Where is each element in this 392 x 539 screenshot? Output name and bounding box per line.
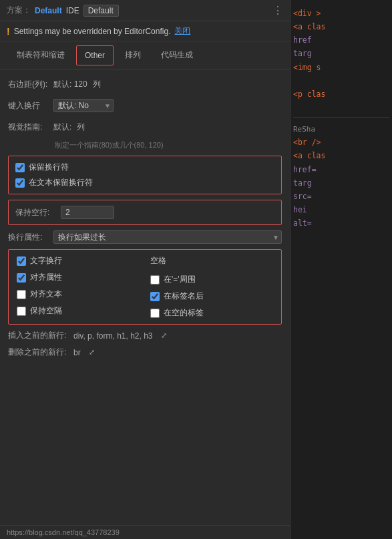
visual-guide-default: 默认: xyxy=(53,122,71,133)
side-panel: <div > <a clas href targ <img s <p clas … xyxy=(290,0,392,539)
keep-blank-section: 保持空行: xyxy=(8,200,282,225)
code-line-13: src= xyxy=(293,190,389,203)
spaces-header: 空格 xyxy=(150,255,273,268)
line-break-select-wrapper: 默认: No ▼ xyxy=(53,99,114,112)
warning-bar: ! Settings may be overridden by EditorCo… xyxy=(0,21,290,41)
line-break-select[interactable]: 默认: No xyxy=(53,99,114,112)
keep-space-label: 保持空隔 xyxy=(30,305,62,317)
keep-line-breaks-text-checkbox[interactable] xyxy=(15,178,25,188)
right-margin-row: 右边距(列): 默认: 120 列 xyxy=(8,76,282,92)
align-text-label: 对齐文本 xyxy=(30,289,62,300)
visual-guide-label: 视觉指南: xyxy=(8,122,48,133)
in-empty-tag-row: 在空的标签 xyxy=(150,307,273,319)
insert-expand-icon[interactable]: ⤢ xyxy=(161,331,167,340)
visual-guide-row: 视觉指南: 默认: 列 xyxy=(8,119,282,135)
word-wrap-label: 文字换行 xyxy=(30,255,62,266)
keep-blank-row: 保持空行: xyxy=(15,204,274,220)
tab-codegen[interactable]: 代码生成 xyxy=(152,44,202,66)
resharper-label: ReSha xyxy=(293,123,389,136)
content-area: 右边距(列): 默认: 120 列 键入换行 默认: No ▼ 视觉指南: 默认… xyxy=(0,69,290,525)
after-tag-name-row: 在标签名后 xyxy=(150,291,273,302)
tab-arrange[interactable]: 排列 xyxy=(116,44,150,66)
align-attr-label: 对齐属性 xyxy=(30,272,62,283)
tab-indent[interactable]: 制表符和缩进 xyxy=(8,44,73,66)
url-text: https://blog.csdn.net/qq_43778239 xyxy=(7,528,120,536)
more-options-icon[interactable]: ⋮ xyxy=(272,4,283,17)
header: 方案： Default IDE Default ⋮ xyxy=(0,0,290,21)
word-wrap-row: 文字换行 xyxy=(17,255,140,266)
keep-line-breaks-text-label: 在文本保留换行符 xyxy=(29,177,93,188)
code-line-8 xyxy=(293,101,389,114)
in-empty-tag-checkbox[interactable] xyxy=(150,309,160,318)
right-margin-unit: 列 xyxy=(93,79,101,90)
code-line-2: <a clas xyxy=(293,20,389,33)
keep-line-breaks-label: 保留换行符 xyxy=(29,162,69,173)
keep-line-breaks-text-row: 在文本保留换行符 xyxy=(15,177,274,188)
checkbox-section-top: 保留换行符 在文本保留换行符 xyxy=(8,156,282,194)
wrap-select[interactable]: 换行如果过长 xyxy=(53,230,282,244)
scheme-default: Default xyxy=(35,6,62,15)
keep-blank-input[interactable] xyxy=(61,206,114,219)
warning-text: Settings may be overridden by EditorConf… xyxy=(14,27,171,36)
keep-blank-label: 保持空行: xyxy=(15,207,55,218)
code-line-9: <br /> xyxy=(293,136,389,149)
visual-guide-hint: 制定一个指南(80)或几个(80, 120) xyxy=(55,140,282,150)
main-panel: 方案： Default IDE Default ⋮ ! Settings may… xyxy=(0,0,290,539)
scheme-dropdown[interactable]: Default xyxy=(83,5,119,17)
in-empty-tag-label: 在空的标签 xyxy=(164,307,204,319)
align-text-row: 对齐文本 xyxy=(17,289,140,300)
side-divider xyxy=(293,117,389,118)
code-line-4: targ xyxy=(293,47,389,60)
code-line-1: <div > xyxy=(293,7,389,20)
code-line-5: <img s xyxy=(293,61,389,74)
scheme-label: 方案： xyxy=(7,5,31,16)
keep-space-checkbox[interactable] xyxy=(17,307,26,316)
tab-other[interactable]: Other xyxy=(76,45,114,65)
wrap-label: 换行属性: xyxy=(8,232,48,243)
warning-icon: ! xyxy=(7,26,10,37)
insert-newlines-row: 插入之前的新行: div, p, form, h1, h2, h3 ⤢ xyxy=(8,330,282,341)
right-checkbox-col: 空格 在'='周围 在标签名后 在空的标签 xyxy=(150,255,273,319)
align-attr-checkbox[interactable] xyxy=(17,273,26,283)
around-equals-label: 在'='周围 xyxy=(164,274,196,285)
delete-label: 删除之前的新行: xyxy=(8,347,68,358)
around-equals-checkbox[interactable] xyxy=(150,275,160,285)
warning-close-link[interactable]: 关闭 xyxy=(174,25,190,37)
code-line-10: <a clas xyxy=(293,149,389,162)
scheme-ide: IDE xyxy=(66,6,79,15)
code-line-15: alt= xyxy=(293,216,389,230)
insert-value: div, p, form, h1, h2, h3 xyxy=(73,331,153,341)
line-break-row: 键入换行 默认: No ▼ xyxy=(8,98,282,114)
line-break-label: 键入换行 xyxy=(8,100,48,112)
visual-guide-unit: 列 xyxy=(77,122,85,133)
right-margin-label: 右边距(列): xyxy=(8,79,48,90)
word-wrap-checkbox[interactable] xyxy=(17,256,26,266)
after-tag-name-checkbox[interactable] xyxy=(150,292,160,301)
around-equals-row: 在'='周围 xyxy=(150,274,273,285)
after-tag-name-label: 在标签名后 xyxy=(164,291,204,302)
code-line-12: targ xyxy=(293,176,389,190)
code-line-11: href= xyxy=(293,163,389,176)
keep-line-breaks-checkbox[interactable] xyxy=(15,163,25,172)
code-line-6 xyxy=(293,74,389,87)
wrap-row: 换行属性: 换行如果过长 ▼ xyxy=(8,230,282,244)
code-line-7: <p clas xyxy=(293,87,389,101)
keep-space-row: 保持空隔 xyxy=(17,305,140,317)
url-bar: https://blog.csdn.net/qq_43778239 xyxy=(0,525,290,539)
delete-newlines-row: 删除之前的新行: br ⤢ xyxy=(8,347,282,358)
keep-line-breaks-row: 保留换行符 xyxy=(15,162,274,173)
left-checkbox-col: 文字换行 对齐属性 对齐文本 保持空隔 xyxy=(17,255,140,319)
code-line-3: href xyxy=(293,33,389,47)
code-line-14: hei xyxy=(293,203,389,216)
wrap-select-wrapper: 换行如果过长 ▼ xyxy=(53,230,282,244)
align-text-checkbox[interactable] xyxy=(17,290,26,299)
insert-label: 插入之前的新行: xyxy=(8,330,68,341)
right-margin-default: 默认: 120 xyxy=(53,79,87,90)
tabs-bar: 制表符和缩进 Other 排列 代码生成 xyxy=(0,41,290,69)
delete-value: br xyxy=(73,348,81,357)
checkbox-section-bottom: 文字换行 对齐属性 对齐文本 保持空隔 空格 xyxy=(8,249,282,325)
align-attr-row: 对齐属性 xyxy=(17,272,140,283)
delete-expand-icon[interactable]: ⤢ xyxy=(89,348,95,357)
